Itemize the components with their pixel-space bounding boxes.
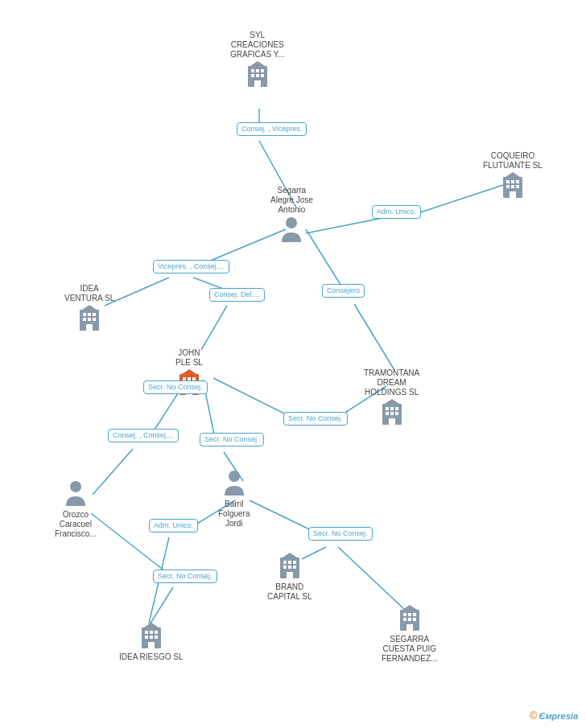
svg-rect-47 <box>83 318 86 321</box>
brand-name: Ємpresia <box>539 711 578 721</box>
idea-riesgo-label: IDEA RIESGO SL <box>119 652 183 662</box>
watermark: © Ємpresia <box>530 709 578 722</box>
svg-rect-26 <box>256 69 259 72</box>
role-vicepres-consej[interactable]: Vicepres. , Consej.... <box>153 260 229 274</box>
svg-marker-69 <box>382 399 402 405</box>
svg-rect-28 <box>251 74 254 77</box>
coqueiro-node: COQUEIRO FLUTUANTE SL <box>483 149 543 199</box>
svg-line-7 <box>201 306 227 350</box>
svg-rect-67 <box>395 412 398 415</box>
svg-rect-68 <box>389 418 395 425</box>
role-consejero[interactable]: Consejero <box>322 284 365 298</box>
svg-rect-73 <box>283 561 287 564</box>
orozco-label: Orozco Caracuel Francisco... <box>55 510 97 539</box>
coqueiro-label: COQUEIRO FLUTUANTE SL <box>483 151 543 171</box>
svg-line-21 <box>338 547 406 611</box>
svg-rect-37 <box>506 185 510 188</box>
svg-rect-83 <box>150 631 153 634</box>
svg-marker-89 <box>142 623 161 629</box>
svg-rect-29 <box>256 74 259 77</box>
svg-rect-88 <box>148 642 155 648</box>
role-adm-unico-1[interactable]: Adm. Unico. <box>372 205 421 219</box>
syl-label: SYL CREACIONES GRAFICAS Y... <box>230 31 284 60</box>
svg-rect-75 <box>293 561 296 564</box>
svg-marker-60 <box>180 369 199 376</box>
idea-riesgo-node: IDEA RIESGO SL <box>119 621 183 662</box>
brand-capital-building-icon <box>277 551 303 580</box>
role-secr-no-consej-5[interactable]: Secr. No Consej. <box>153 570 217 583</box>
svg-rect-49 <box>93 318 96 321</box>
svg-rect-96 <box>413 618 416 621</box>
idea-ventura-node: IDEA VENTURA SL <box>64 282 114 332</box>
brand-capital-node: BRAND CAPITAL SL <box>267 551 312 602</box>
svg-marker-41 <box>503 172 522 179</box>
role-consej-vicepres[interactable]: Consej. , Vicepres. <box>237 122 307 136</box>
segarra-cuesta-node: SEGARRA CUESTA PUIG FERNANDEZ... <box>382 603 437 664</box>
role-secr-no-consej-1[interactable]: Secr. No Consej. <box>143 380 208 394</box>
svg-rect-48 <box>88 318 91 321</box>
svg-rect-46 <box>93 313 96 316</box>
john-ple-label: JOHN PLE SL <box>175 348 203 368</box>
svg-marker-51 <box>80 305 99 311</box>
svg-rect-39 <box>516 185 519 188</box>
syl-building-icon <box>245 60 270 88</box>
svg-rect-50 <box>86 324 93 331</box>
tramontana-label: TRAMONTANA DREAM HOLDINGS SL <box>364 368 419 397</box>
svg-marker-98 <box>400 605 419 611</box>
svg-line-14 <box>93 449 133 495</box>
svg-rect-35 <box>511 180 514 183</box>
svg-rect-93 <box>413 613 416 616</box>
idea-ventura-label: IDEA VENTURA SL <box>64 284 114 303</box>
svg-rect-30 <box>261 74 264 77</box>
svg-rect-76 <box>283 566 287 569</box>
svg-marker-80 <box>280 553 299 559</box>
orozco-person-icon <box>63 479 89 508</box>
svg-rect-86 <box>150 635 153 639</box>
role-secr-no-consej-4[interactable]: Secr. No Consej. <box>308 527 373 541</box>
role-secr-no-consej-3[interactable]: Secr. No Consej. <box>200 433 264 446</box>
svg-rect-62 <box>386 407 389 410</box>
role-consej-consej[interactable]: Consej. , Consej.... <box>108 429 179 442</box>
svg-rect-36 <box>516 180 519 183</box>
svg-rect-40 <box>510 191 516 198</box>
svg-rect-87 <box>155 635 158 639</box>
svg-rect-79 <box>287 572 293 578</box>
segarra-label: Segarra Alegre Jose Antonio <box>270 186 313 215</box>
org-chart: SYL CREACIONES GRAFICAS Y... COQUEIRO FL… <box>0 0 586 728</box>
role-consej-del[interactable]: Consej. Del.... <box>209 288 265 302</box>
svg-line-23 <box>149 587 173 626</box>
svg-rect-97 <box>406 624 413 631</box>
segarra-cuesta-label: SEGARRA CUESTA PUIG FERNANDEZ... <box>382 635 437 664</box>
role-secr-no-consej-2[interactable]: Secr. No Consej. <box>283 412 348 426</box>
svg-point-71 <box>229 471 240 482</box>
svg-rect-31 <box>254 80 261 87</box>
coqueiro-building-icon <box>500 171 526 199</box>
svg-rect-65 <box>386 412 389 415</box>
svg-rect-91 <box>403 613 406 616</box>
role-adm-unico-2[interactable]: Adm. Unico. <box>149 519 198 533</box>
svg-rect-74 <box>288 561 291 564</box>
orozco-node: Orozco Caracuel Francisco... <box>55 479 97 539</box>
svg-rect-44 <box>83 313 86 316</box>
brand-capital-label: BRAND CAPITAL SL <box>267 582 312 602</box>
svg-rect-45 <box>88 313 91 316</box>
svg-rect-38 <box>511 185 514 188</box>
svg-rect-95 <box>408 618 411 621</box>
tramontana-building-icon <box>379 397 405 426</box>
idea-riesgo-building-icon <box>138 621 164 650</box>
segarra-node: Segarra Alegre Jose Antonio <box>270 183 313 244</box>
barril-person-icon <box>221 468 247 497</box>
svg-rect-78 <box>293 566 296 569</box>
svg-rect-63 <box>390 407 394 410</box>
svg-point-42 <box>286 217 297 228</box>
svg-rect-85 <box>145 635 148 639</box>
svg-rect-34 <box>506 180 510 183</box>
barril-node: Barril Folguera Jordi <box>218 468 250 529</box>
svg-rect-66 <box>390 412 394 415</box>
svg-marker-32 <box>248 61 267 68</box>
connections-svg <box>0 0 586 728</box>
copyright-symbol: © <box>530 709 538 722</box>
svg-line-9 <box>354 304 394 370</box>
svg-rect-25 <box>251 69 254 72</box>
svg-rect-82 <box>145 631 148 634</box>
